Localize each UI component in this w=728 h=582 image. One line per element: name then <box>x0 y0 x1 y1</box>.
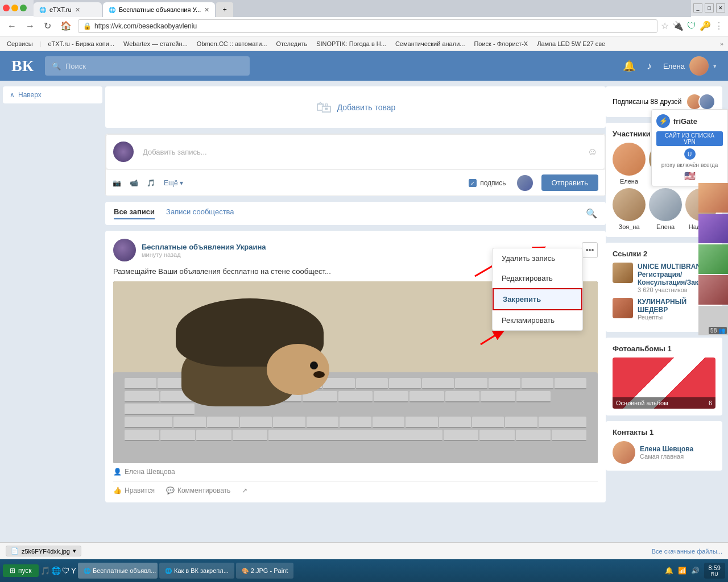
add-product-box[interactable]: 🛍 Добавить товар <box>105 86 606 128</box>
emoji-icon[interactable]: ☺ <box>588 146 598 158</box>
notifications-icon[interactable]: 🔔 <box>623 60 635 72</box>
taskbar-btn-howto[interactable]: 🌐 Как в ВК закрепл... <box>159 563 234 579</box>
taskbar: ⊞ пуск 🎵 🌐 🛡 Y 🌐 Бесплатные объявл... 🌐 … <box>0 559 728 582</box>
bookmark-webartex[interactable]: Webartex — статейн... <box>121 40 190 47</box>
post-menu-button[interactable]: ••• <box>582 242 598 258</box>
frigate-widget: ⚡ friGate САЙТ ИЗ СПИСКА VPN U proxy вкл… <box>651 109 728 186</box>
pin-post-item[interactable]: Закрепить <box>493 288 582 310</box>
taskbar-network-icon[interactable]: 📶 <box>678 567 686 575</box>
password-icon[interactable]: 🔑 <box>700 20 711 31</box>
member-item[interactable]: Елена <box>649 188 682 230</box>
bookmark-florist[interactable]: Поиск - Флорист-Х <box>471 40 530 47</box>
albums-title: Фотоальбомы 1 <box>613 344 715 353</box>
promote-post-item[interactable]: Рекламировать <box>493 310 582 330</box>
dropdown-arrow[interactable]: ▾ <box>73 547 76 555</box>
thumbnail-2[interactable] <box>698 214 728 243</box>
search-icon: 🔍 <box>52 62 61 70</box>
security-icon[interactable]: 🛡 <box>687 21 696 31</box>
forward-button[interactable]: → <box>23 20 38 32</box>
bookmark-obmen[interactable]: Obmen.CC :: автомати... <box>195 40 270 47</box>
contact-item: Елена Шевцова Самая главная <box>613 441 715 464</box>
more-tools[interactable]: Ещё ▾ <box>164 179 183 187</box>
thumbnail-1[interactable] <box>698 183 728 213</box>
taskbar-btn-paint[interactable]: 🎨 2.JPG - Paint <box>236 563 293 579</box>
bookmark-services[interactable]: Сервисы <box>5 40 35 47</box>
vk-search-box[interactable]: 🔍 Поиск <box>45 56 250 76</box>
download-item[interactable]: 📄 z5k6FYF4dxk.jpg ▾ <box>6 546 81 556</box>
reload-button[interactable]: ↻ <box>41 19 54 32</box>
browser-frame: 🌐 eTXT.ru ✕ 🌐 Бесплатные объявления У...… <box>0 0 728 51</box>
contact-info: Елена Шевцова Самая главная <box>640 445 693 460</box>
bookmark-etxt[interactable]: eTXT.ru - Биржа копи... <box>46 40 117 47</box>
taskbar-volume-icon[interactable]: 🔊 <box>691 567 700 575</box>
back-button[interactable]: ← <box>5 20 19 32</box>
extensions-icon[interactable]: 🔌 <box>672 20 684 31</box>
contacts-title: Контакты 1 <box>613 428 715 436</box>
link-icon <box>613 298 633 318</box>
taskbar-btn-vk[interactable]: 🌐 Бесплатные объявл... <box>78 563 158 579</box>
thumbnail-4[interactable] <box>698 275 728 305</box>
subscribe-checkbox[interactable]: ✓ подпись <box>469 179 506 187</box>
user-menu[interactable]: Елена ▾ <box>663 56 717 76</box>
vk-logo[interactable]: ВК <box>11 57 34 75</box>
close-tab-2[interactable]: ✕ <box>204 6 209 14</box>
close-window-button[interactable]: ✕ <box>716 3 725 13</box>
edit-post-item[interactable]: Редактировать <box>493 268 582 288</box>
frigate-u-icon: U <box>684 148 696 160</box>
bookmark-track[interactable]: Отследить <box>274 40 310 47</box>
music-icon[interactable]: ♪ <box>647 60 652 72</box>
share-button[interactable]: ↗ <box>242 487 247 494</box>
thumbnail-count[interactable]: 58 👥 <box>698 306 728 335</box>
taskbar-icon-4[interactable]: Y <box>71 566 76 575</box>
bookmark-semantic[interactable]: Семантический анали... <box>393 40 468 47</box>
tab-vk[interactable]: 🌐 Бесплатные объявления У... ✕ <box>103 2 215 17</box>
music-tool[interactable]: 🎵 <box>147 179 155 187</box>
taskbar-clock: 8:59 RU <box>704 563 725 579</box>
taskbar-icon-3[interactable]: 🛡 <box>62 566 70 575</box>
submit-post-button[interactable]: Отправить <box>541 174 598 191</box>
frigate-icon: ⚡ <box>656 114 670 128</box>
post-card: Бесплатные объявления Украина минуту наз… <box>105 231 606 502</box>
tab-community-posts[interactable]: Записи сообщества <box>166 207 234 219</box>
maximize-button[interactable]: □ <box>705 3 714 13</box>
photo-tool[interactable]: 📷 <box>113 179 121 187</box>
header-right: 🔔 ♪ Елена ▾ <box>623 56 717 76</box>
photo-album[interactable]: Основной альбом 6 <box>613 357 715 409</box>
user-dropdown-arrow[interactable]: ▾ <box>713 63 717 70</box>
download-bar: 📄 z5k6FYF4dxk.jpg ▾ Все скачанные файлы.… <box>0 542 728 559</box>
taskbar-icon-1[interactable]: 🎵 <box>40 566 50 575</box>
posts-search-icon[interactable]: 🔍 <box>586 208 597 219</box>
menu-icon[interactable]: ⋮ <box>714 20 723 31</box>
frigate-header: ⚡ friGate <box>656 114 723 128</box>
member-item[interactable]: Елена <box>613 143 646 185</box>
context-menu: Удалить запись Редактировать Закрепить Р… <box>492 248 583 331</box>
tab-bar: 🌐 eTXT.ru ✕ 🌐 Бесплатные объявления У...… <box>34 0 691 17</box>
bookmark-lamp[interactable]: Лампа LED 5W E27 све <box>535 40 607 47</box>
home-button[interactable]: 🏠 <box>57 19 75 32</box>
tab-etxt[interactable]: 🌐 eTXT.ru ✕ <box>34 2 102 17</box>
comment-button[interactable]: 💬 Комментировать <box>166 487 230 494</box>
bookmarks-more[interactable]: » <box>720 40 723 47</box>
tab-all-posts[interactable]: Все записи <box>114 207 155 219</box>
view-all-downloads[interactable]: Все скачанные файлы... <box>652 548 722 555</box>
minimize-button[interactable]: _ <box>693 3 702 13</box>
title-bar: 🌐 eTXT.ru ✕ 🌐 Бесплатные объявления У...… <box>0 0 728 16</box>
member-item[interactable]: Зоя_на <box>613 188 646 230</box>
like-button[interactable]: 👍 Нравится <box>113 487 155 494</box>
bookmarks-bar: Сервисы | eTXT.ru - Биржа копи... Webart… <box>0 36 728 51</box>
bookmark-sinoptik[interactable]: SINOPTIK: Погода в Н... <box>314 40 388 47</box>
bookmark-star[interactable]: ☆ <box>661 20 669 31</box>
new-tab-button[interactable]: + <box>216 2 233 17</box>
frigate-flag: 🇺🇸 <box>656 171 723 181</box>
taskbar-icon-2[interactable]: 🌐 <box>51 566 61 575</box>
thumbnail-3[interactable] <box>698 244 728 274</box>
write-post-input[interactable]: Добавить запись... <box>139 144 582 160</box>
taskbar-notify-icon[interactable]: 🔔 <box>665 567 673 575</box>
close-tab-1[interactable]: ✕ <box>75 6 80 14</box>
start-button[interactable]: ⊞ пуск <box>3 564 39 577</box>
delete-post-item[interactable]: Удалить запись <box>493 248 582 268</box>
back-to-top[interactable]: ∧ Наверх <box>3 86 102 103</box>
video-tool[interactable]: 📹 <box>130 179 138 187</box>
post-settings-avatar[interactable] <box>517 175 533 191</box>
address-bar[interactable]: 🔒 https://vk.com/besedkaobyavleniu <box>78 19 657 33</box>
